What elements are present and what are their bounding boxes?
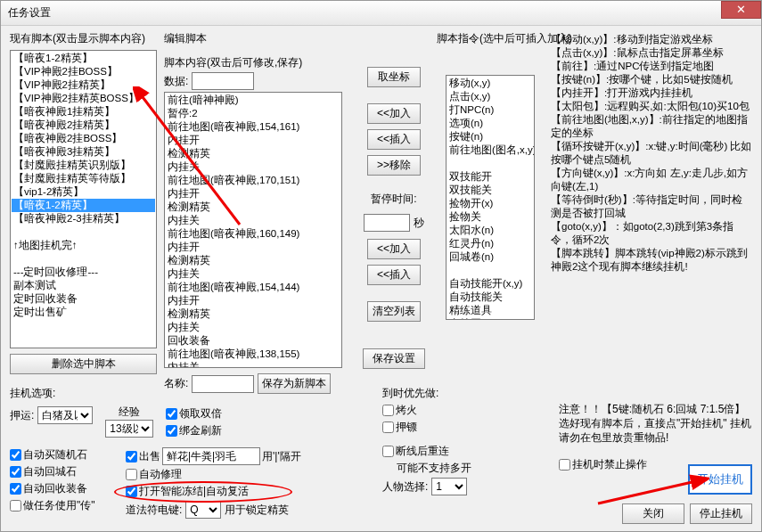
script-item[interactable]: 【暗夜神殿1挂精英】 <box>12 105 155 119</box>
insert-button[interactable]: <<插入 <box>367 129 421 150</box>
auto-back-city-checkbox[interactable] <box>10 466 21 478</box>
forbid-checkbox[interactable] <box>559 459 570 471</box>
command-item[interactable]: 回城卷(n) <box>447 250 533 264</box>
command-item[interactable]: 前往地图(图名,x,y) <box>447 143 533 157</box>
yabiao-checkbox[interactable] <box>382 422 394 433</box>
script-item[interactable]: ---定时回收修理--- <box>12 266 155 279</box>
script-item[interactable]: 【封魔殿挂精英等待版】 <box>12 172 155 185</box>
script-line[interactable]: 前往地图(暗夜神殿,170,151) <box>166 174 340 187</box>
script-line[interactable]: 检测精英 <box>166 254 340 267</box>
script-line[interactable]: 内挂开 <box>166 294 340 307</box>
script-item[interactable] <box>12 225 155 239</box>
script-item[interactable]: 【VIP神殿2挂BOSS】 <box>12 65 155 78</box>
command-item[interactable]: 太阳水(n) <box>447 224 533 237</box>
script-line[interactable]: 内挂关 <box>166 214 340 227</box>
bind-refresh-checkbox[interactable] <box>166 425 177 437</box>
sell-checkbox[interactable] <box>126 451 137 462</box>
smart-frozen-checkbox[interactable] <box>126 486 137 497</box>
count-input[interactable] <box>192 72 254 90</box>
script-item[interactable]: 【暗夜神殿2-3挂精英】 <box>12 212 155 225</box>
script-content-listbox[interactable]: 前往(暗神神殿)暂停:2前往地图(暗夜神殿,154,161)内挂开检测精英内挂关… <box>164 92 342 368</box>
command-item[interactable]: 自动技能关 <box>447 291 533 304</box>
script-line[interactable]: 检测精英 <box>166 307 340 321</box>
script-item[interactable]: 【暗夜1-2精英】 <box>12 199 155 212</box>
clear-list-button[interactable]: 清空列表 <box>367 301 421 322</box>
command-item[interactable] <box>447 264 533 277</box>
script-item[interactable]: 【封魔殿挂精英识别版】 <box>12 159 155 172</box>
daofa-key-select[interactable]: Q <box>185 501 221 519</box>
yayun-select[interactable]: 白猪及以 <box>37 406 93 424</box>
script-line[interactable]: 内挂开 <box>166 134 340 147</box>
command-item[interactable] <box>447 157 533 170</box>
window-title: 任务设置 <box>8 5 51 20</box>
script-line[interactable]: 内挂关 <box>166 160 340 174</box>
command-item[interactable]: 内挂开 <box>447 317 533 320</box>
command-item[interactable]: 自动技能开(x,y) <box>447 277 533 291</box>
script-line[interactable]: 回收装备 <box>166 334 340 348</box>
double-reward-checkbox[interactable] <box>166 408 177 420</box>
command-item[interactable]: 按键(n) <box>447 130 533 143</box>
command-item[interactable]: 双技能关 <box>447 184 533 197</box>
command-item[interactable]: 双技能开 <box>447 170 533 184</box>
script-line[interactable]: 前往地图(暗夜神殿,160,149) <box>166 227 340 241</box>
command-item[interactable]: 打NPC(n) <box>447 103 533 117</box>
script-item[interactable]: 【vip1-2精英】 <box>12 185 155 199</box>
daofa-label: 道法符电键: <box>126 503 182 518</box>
task-teleport-checkbox[interactable] <box>10 500 21 512</box>
char-select[interactable]: 1 <box>431 478 467 495</box>
start-hanging-button[interactable]: 开始挂机 <box>688 464 752 495</box>
stop-hanging-button[interactable]: 停止挂机 <box>690 503 752 524</box>
script-line[interactable]: 检测精英 <box>166 147 340 160</box>
command-item[interactable]: 捡物开(x) <box>447 197 533 210</box>
script-line[interactable]: 内挂关 <box>166 361 340 368</box>
script-line[interactable]: 检测精英 <box>166 201 340 214</box>
close-button[interactable]: 关闭 <box>622 503 684 524</box>
script-line[interactable]: 内挂开 <box>166 187 340 201</box>
script-line[interactable]: 前往地图(暗夜神殿,154,144) <box>166 281 340 294</box>
auto-repair-checkbox[interactable] <box>126 469 137 480</box>
script-item[interactable]: 【暗夜神殿3挂精英】 <box>12 145 155 159</box>
command-item[interactable]: 选项(n) <box>447 117 533 130</box>
command-item[interactable]: 红灵丹(n) <box>447 237 533 250</box>
script-item[interactable]: ↑地图挂机完↑ <box>12 239 155 252</box>
pause-unit: 秒 <box>414 216 424 231</box>
script-item[interactable]: 定时出售矿 <box>12 306 155 319</box>
pause-input[interactable] <box>364 214 410 232</box>
scripts-header: 现有脚本(双击显示脚本内容) <box>10 31 157 46</box>
remove-button[interactable]: >>移除 <box>367 155 421 176</box>
script-item[interactable]: 【VIP神殿2挂精英】 <box>12 78 155 92</box>
script-line[interactable]: 前往地图(暗夜神殿,138,155) <box>166 348 340 361</box>
close-icon[interactable]: ✕ <box>721 1 761 19</box>
script-item[interactable]: 【暗夜神殿2挂BOSS】 <box>12 132 155 145</box>
command-item[interactable]: 捡物关 <box>447 210 533 224</box>
script-item[interactable]: 【暗夜神殿2挂精英】 <box>12 119 155 132</box>
script-line[interactable]: 内挂关 <box>166 321 340 334</box>
script-line[interactable]: 前往(暗神神殿) <box>166 94 340 107</box>
script-line[interactable]: 内挂关 <box>166 267 340 281</box>
command-item[interactable]: 点击(x,y) <box>447 90 533 103</box>
script-item[interactable]: 定时回收装备 <box>12 292 155 306</box>
sell-items-input[interactable] <box>162 447 260 465</box>
script-line[interactable]: 前往地图(暗夜神殿,154,161) <box>166 120 340 134</box>
insert2-button[interactable]: <<插入 <box>367 265 421 285</box>
script-line[interactable]: 内挂开 <box>166 241 340 254</box>
save-settings-button[interactable]: 保存设置 <box>363 348 425 369</box>
command-item[interactable]: 移动(x,y) <box>447 77 533 90</box>
auto-buy-stone-checkbox[interactable] <box>10 449 21 461</box>
script-item[interactable]: 【暗夜1-2精英】 <box>12 52 155 65</box>
get-coord-button[interactable]: 取坐标 <box>367 67 421 87</box>
script-item[interactable]: 副本测试 <box>12 279 155 292</box>
level-select[interactable]: 13级以 <box>105 420 153 438</box>
commands-listbox[interactable]: 移动(x,y)点击(x,y)打NPC(n)选项(n)按键(n)前往地图(图名,x… <box>446 75 535 320</box>
script-item[interactable]: 【VIP神殿2挂精英BOSS】 <box>12 92 155 105</box>
auto-recycle-checkbox[interactable] <box>10 483 21 495</box>
delete-script-button[interactable]: 删除选中脚本 <box>10 354 157 374</box>
add-button[interactable]: <<加入 <box>367 103 421 124</box>
reconnect-checkbox[interactable] <box>382 446 394 457</box>
kaohuo-checkbox[interactable] <box>382 405 394 416</box>
script-line[interactable]: 暂停:2 <box>166 107 340 120</box>
script-item[interactable] <box>12 252 155 266</box>
command-item[interactable]: 精练道具 <box>447 304 533 317</box>
scripts-listbox[interactable]: 【暗夜1-2精英】【VIP神殿2挂BOSS】【VIP神殿2挂精英】【VIP神殿2… <box>10 50 157 348</box>
add2-button[interactable]: <<加入 <box>367 239 421 259</box>
